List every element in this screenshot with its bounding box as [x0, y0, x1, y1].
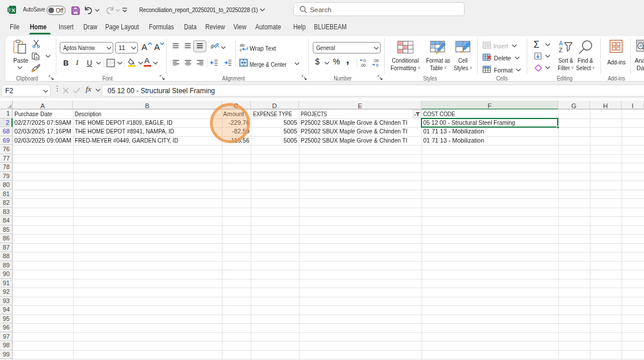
- svg-text:Z: Z: [559, 47, 562, 53]
- svg-text:.00: .00: [373, 59, 379, 63]
- svg-text:0: 0: [376, 63, 378, 67]
- svg-text:A: A: [559, 40, 563, 47]
- svg-text:0: 0: [363, 59, 366, 63]
- svg-text:.00: .00: [360, 63, 366, 67]
- svg-text:c: c: [240, 47, 242, 52]
- svg-text:X: X: [12, 7, 16, 13]
